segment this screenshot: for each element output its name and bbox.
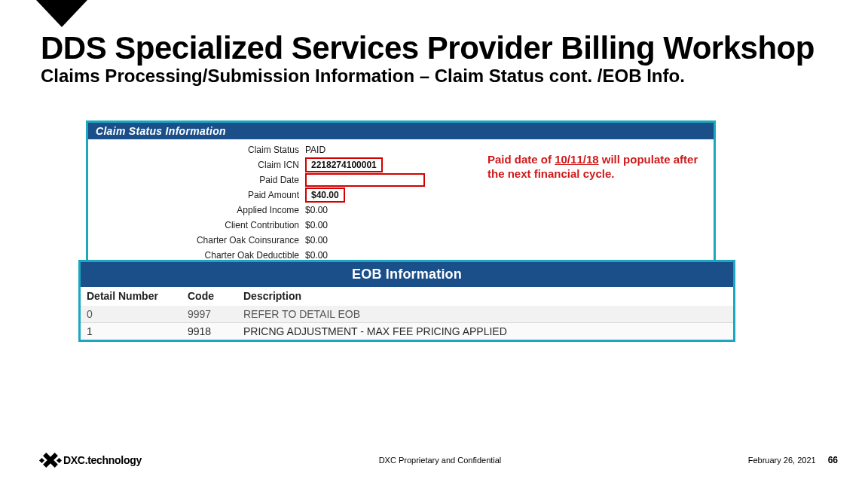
eob-cell-detail: 1: [81, 323, 182, 340]
claim-status-label: Claim Status: [88, 145, 305, 155]
eob-col-description: Description: [237, 287, 733, 306]
title-block: DDS Specialized Services Provider Billin…: [41, 32, 838, 86]
claim-icn-label: Claim ICN: [88, 160, 305, 170]
eob-panel-title: EOB Information: [81, 262, 733, 287]
eob-row: 0 9997 REFER TO DETAIL EOB: [81, 306, 733, 323]
eob-cell-desc: REFER TO DETAIL EOB: [237, 306, 733, 323]
annotation-pre: Paid date of: [487, 153, 555, 166]
slide-subtitle: Claims Processing/Submission Information…: [41, 66, 838, 86]
applied-income-label: Applied Income: [88, 205, 305, 215]
row-client-contribution: Client Contribution $0.00: [88, 218, 714, 233]
eob-table: Detail Number Code Description 0 9997 RE…: [81, 287, 733, 340]
eob-cell-desc: PRICNG ADJUSTMENT - MAX FEE PRICING APPL…: [237, 323, 733, 340]
applied-income-value: $0.00: [305, 205, 328, 215]
dxc-logo-text: DXC.technology: [63, 454, 142, 466]
eob-row: 1 9918 PRICNG ADJUSTMENT - MAX FEE PRICI…: [81, 323, 733, 340]
eob-cell-code: 9997: [182, 306, 237, 323]
paid-date-empty-highlight: [305, 173, 425, 187]
co-deductible-value: $0.00: [305, 250, 328, 261]
claim-status-value: PAID: [305, 145, 326, 155]
row-paid-amount: Paid Amount $40.00: [88, 188, 714, 203]
footer-date: February 26, 2021: [748, 456, 816, 465]
dxc-logo-mark-icon: [42, 452, 59, 468]
row-charter-oak-coinsurance: Charter Oak Coinsurance $0.00: [88, 233, 714, 248]
co-coinsurance-label: Charter Oak Coinsurance: [88, 235, 305, 246]
eob-cell-code: 9918: [182, 323, 237, 340]
claim-icn-highlight: 2218274100001: [305, 157, 383, 172]
eob-table-header-row: Detail Number Code Description: [81, 287, 733, 306]
claim-icn-value: 2218274100001: [305, 157, 383, 172]
paid-amount-label: Paid Amount: [88, 190, 305, 200]
slide-footer: DXC.technology DXC Proprietary and Confi…: [42, 452, 838, 468]
eob-col-detail: Detail Number: [81, 287, 182, 306]
eob-panel: EOB Information Detail Number Code Descr…: [78, 260, 735, 342]
paid-date-value: [305, 173, 425, 187]
paid-amount-highlight: $40.00: [305, 188, 345, 203]
dxc-logo: DXC.technology: [42, 452, 142, 468]
slide-title: DDS Specialized Services Provider Billin…: [41, 32, 838, 65]
co-coinsurance-value: $0.00: [305, 235, 328, 246]
paid-date-annotation: Paid date of 10/11/18 will populate afte…: [487, 153, 698, 181]
claim-status-panel: Claim Status Information Claim Status PA…: [86, 120, 716, 270]
client-contribution-label: Client Contribution: [88, 220, 305, 230]
slide-marker-triangle: [36, 0, 87, 27]
footer-page-number: 66: [828, 455, 838, 465]
footer-confidential: DXC Proprietary and Confidential: [379, 456, 502, 465]
eob-col-code: Code: [182, 287, 237, 306]
claim-status-panel-title: Claim Status Information: [88, 123, 714, 139]
paid-amount-value: $40.00: [305, 188, 345, 203]
paid-date-label: Paid Date: [88, 175, 305, 185]
client-contribution-value: $0.00: [305, 220, 328, 230]
row-applied-income: Applied Income $0.00: [88, 203, 714, 218]
eob-cell-detail: 0: [81, 306, 182, 323]
co-deductible-label: Charter Oak Deductible: [88, 250, 305, 261]
annotation-date: 10/11/18: [555, 153, 598, 166]
